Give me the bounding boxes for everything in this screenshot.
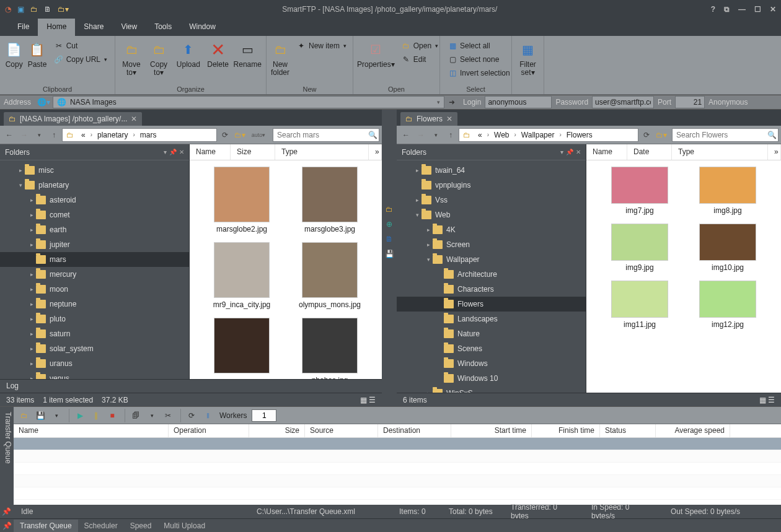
tree-node[interactable]: ▾Wallpaper <box>397 252 586 267</box>
new-folder-button[interactable]: 🗀New folder <box>270 38 290 82</box>
tree-node[interactable]: ▸moon <box>0 282 189 297</box>
copy-url-button[interactable]: 🔗Copy URL▾ <box>50 53 111 66</box>
thumbnail[interactable]: img11.jpg <box>602 281 677 329</box>
col-name[interactable]: Name <box>190 144 231 160</box>
move-to-button[interactable]: 🗀Move to▾ <box>119 38 144 82</box>
qa-folder-icon[interactable]: 🗀 <box>386 205 393 214</box>
menu-tools[interactable]: Tools <box>146 19 180 36</box>
thumbnail[interactable]: olympus_mons.jpg <box>293 242 367 309</box>
tree-node[interactable]: ▾Web <box>397 207 586 222</box>
menu-file[interactable]: File <box>9 19 38 36</box>
breadcrumb-segment[interactable]: « <box>474 131 486 139</box>
tree-node[interactable]: ▾planetary <box>0 178 189 193</box>
open-button[interactable]: 🗀Open▾ <box>397 40 442 52</box>
col-type[interactable]: Type <box>275 144 369 160</box>
queue-col[interactable]: Destination <box>378 424 451 437</box>
thumbnail[interactable]: img7.jpg <box>602 167 677 215</box>
tree-node[interactable]: ▸solar_system <box>0 341 189 356</box>
tree-node[interactable]: ▸pluto <box>0 312 189 326</box>
folder-picker-icon[interactable]: 🗀▾ <box>655 128 668 142</box>
address-field[interactable]: 🌐NASA Images ▾ <box>53 96 444 108</box>
queue-col[interactable]: Status <box>600 424 656 437</box>
queue-col[interactable]: Finish time <box>532 424 600 437</box>
tree-node[interactable]: Characters <box>397 282 586 297</box>
select-all-button[interactable]: ▦Select all <box>444 40 514 52</box>
search-icon[interactable]: 🔍 <box>766 131 778 139</box>
pause-icon[interactable]: ∥ <box>89 409 103 422</box>
breadcrumb-segment[interactable]: Wallpaper <box>518 131 558 139</box>
tree-node[interactable]: ▸4K <box>397 222 586 237</box>
log-label[interactable]: Log <box>0 379 382 393</box>
properties-button[interactable]: ☑Properties▾ <box>357 38 395 82</box>
folder-picker-icon[interactable]: 🗀▾ <box>233 128 247 142</box>
right-search[interactable]: 🔍 <box>672 128 779 142</box>
col-more-icon[interactable]: » <box>768 144 781 160</box>
tree-node[interactable]: ▸jupiter <box>0 237 189 252</box>
tree-node[interactable]: Windows 10 <box>397 371 586 386</box>
queue-col[interactable]: Size <box>249 424 305 437</box>
up-button[interactable]: ↑ <box>444 128 457 142</box>
history-button[interactable]: ▾ <box>429 128 443 142</box>
invert-selection-button[interactable]: ◫Invert selection <box>444 67 514 79</box>
chevron-down-icon[interactable]: ▾ <box>560 149 563 155</box>
tree-node[interactable]: ▸Screen <box>397 237 586 252</box>
queue-side-label[interactable]: Transfer Queue <box>0 407 14 505</box>
dd-icon[interactable]: ▾ <box>50 409 63 422</box>
menu-home[interactable]: Home <box>38 19 75 36</box>
queue-col[interactable]: Operation <box>169 424 249 437</box>
tree-node[interactable]: Landscapes <box>397 312 586 326</box>
view-icon[interactable]: ▦ ☰ <box>759 396 775 404</box>
col-name[interactable]: Name <box>586 144 627 160</box>
pin-icon[interactable]: 📌 <box>566 149 573 155</box>
thumbnail[interactable]: img10.jpg <box>691 224 765 272</box>
thumbnail[interactable]: mr9_inca_city.jpg <box>205 242 279 309</box>
tree-node[interactable]: ▸asteroid <box>0 193 189 207</box>
qa-doc-icon[interactable]: 🗎 <box>386 235 393 243</box>
play-icon[interactable]: ▶ <box>73 409 87 422</box>
breadcrumb-segment[interactable]: mars <box>136 131 161 139</box>
copy-icon[interactable]: 🗐 <box>129 409 143 422</box>
save-queue-icon[interactable]: 💾 <box>33 409 47 422</box>
minimize-icon[interactable]: — <box>738 5 746 14</box>
left-tab[interactable]: 🗀[NASA Images] /photo_gallery/...✕ <box>4 112 142 126</box>
up-button[interactable]: ↑ <box>47 128 61 142</box>
tree-node[interactable]: ▸comet <box>0 207 189 222</box>
close-tab-icon[interactable]: ✕ <box>131 115 137 123</box>
pin-icon[interactable]: 📌 <box>169 149 177 155</box>
close-pane-icon[interactable]: ✕ <box>576 149 581 155</box>
tree-node[interactable]: Flowers <box>397 297 586 312</box>
document-icon[interactable]: 🗎 <box>44 5 51 14</box>
back-button[interactable]: ← <box>399 128 413 142</box>
thumbnail[interactable]: marsglobe3.jpg <box>293 167 367 233</box>
view-icon[interactable]: ▦ ☰ <box>360 396 376 404</box>
maximize-icon[interactable]: ☐ <box>754 5 761 14</box>
copy-button[interactable]: 📄Copy <box>4 38 24 82</box>
queue-row[interactable] <box>14 475 781 487</box>
auto-button[interactable]: auto▾ <box>248 128 269 142</box>
new-item-button[interactable]: ✦New item▾ <box>293 40 350 52</box>
search-icon[interactable]: 🔍 <box>366 131 379 139</box>
globe-icon[interactable]: 🌐▾ <box>35 98 53 107</box>
rename-button[interactable]: ▭Rename <box>233 38 262 82</box>
left-breadcrumb[interactable]: 🗀«›planetary›mars <box>62 128 217 142</box>
col-date[interactable]: Date <box>627 144 672 160</box>
refresh-button[interactable]: ⟳ <box>218 128 232 142</box>
paste-button[interactable]: 📋Paste <box>27 38 47 82</box>
thumbnail[interactable]: img8.jpg <box>691 167 765 215</box>
close-tab-icon[interactable]: ✕ <box>446 115 452 123</box>
col-type[interactable]: Type <box>672 144 768 160</box>
queue-col[interactable]: Name <box>14 424 169 437</box>
footer-tab[interactable]: Transfer Queue <box>14 520 78 532</box>
tree-node[interactable]: ▸mercury <box>0 267 189 282</box>
thumbnail[interactable]: marsglobe2.jpg <box>205 167 279 233</box>
workers-field[interactable] <box>252 409 276 422</box>
menu-view[interactable]: View <box>112 19 146 36</box>
select-none-button[interactable]: ▢Select none <box>444 53 514 66</box>
breadcrumb-segment[interactable]: Flowers <box>563 131 596 139</box>
qa-save-icon[interactable]: 💾 <box>385 250 394 258</box>
menu-window[interactable]: Window <box>180 19 224 36</box>
tree-node[interactable]: Architecture <box>397 267 586 282</box>
queue-row[interactable] <box>14 463 781 475</box>
folder-icon[interactable]: 🗀 <box>30 5 38 14</box>
history-button[interactable]: ▾ <box>32 128 46 142</box>
